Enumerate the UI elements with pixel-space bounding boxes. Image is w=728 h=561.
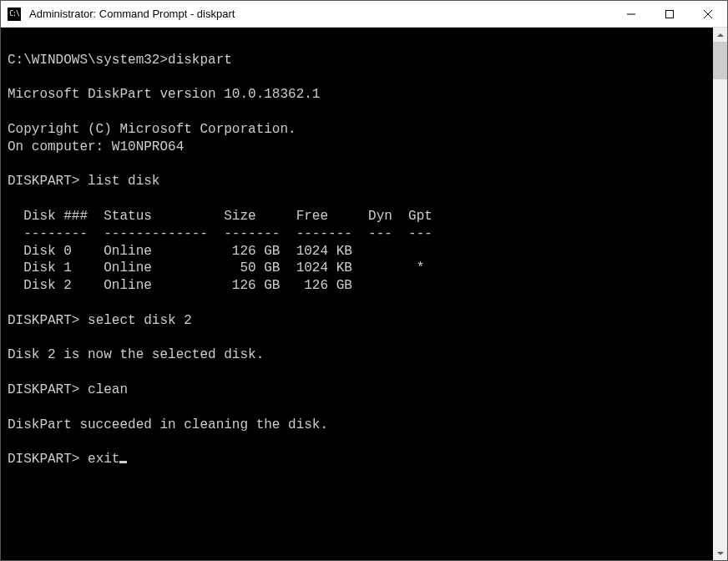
vertical-scrollbar[interactable] (713, 28, 727, 560)
minimize-button[interactable] (612, 1, 650, 27)
chevron-up-icon (717, 33, 724, 37)
maximize-button[interactable] (650, 1, 689, 27)
cmd-list-disk: list disk (88, 174, 159, 189)
cmd-exit: exit (88, 452, 119, 467)
space (79, 452, 88, 467)
space (79, 313, 88, 328)
select-result: Disk 2 is now the selected disk. (8, 347, 264, 362)
diskpart-prompt: DISKPART> (8, 382, 79, 397)
version-line: Microsoft DiskPart version 10.0.18362.1 (8, 87, 320, 102)
diskpart-prompt: DISKPART> (8, 452, 79, 467)
computer-line: On computer: W10NPRO64 (8, 139, 184, 154)
scroll-track[interactable] (713, 42, 727, 546)
window-controls (612, 1, 727, 27)
cursor (119, 461, 127, 463)
scroll-down-button[interactable] (713, 546, 727, 560)
cmd-diskpart: diskpart (168, 53, 232, 68)
svg-rect-1 (666, 10, 674, 18)
cmd-select-disk: select disk 2 (88, 313, 192, 328)
scroll-up-button[interactable] (713, 28, 727, 42)
terminal-area: C:\WINDOWS\system32>diskpart Microsoft D… (1, 28, 727, 560)
terminal-content[interactable]: C:\WINDOWS\system32>diskpart Microsoft D… (1, 28, 713, 560)
table-row: Disk 0 Online 126 GB 1024 KB (8, 244, 448, 259)
table-header: Disk ### Status Size Free Dyn Gpt (8, 209, 432, 224)
cmd-icon: C:\ (8, 8, 21, 21)
diskpart-prompt: DISKPART> (8, 174, 79, 189)
cmd-clean: clean (88, 382, 128, 397)
cmd-icon-text: C:\ (9, 10, 18, 18)
scroll-thumb[interactable] (713, 42, 727, 79)
minimize-icon (627, 10, 635, 18)
window-title: Administrator: Command Prompt - diskpart (28, 8, 612, 20)
maximize-icon (665, 10, 674, 18)
table-separator: -------- ------------- ------- ------- -… (8, 226, 432, 241)
close-icon (704, 10, 712, 18)
copyright-line: Copyright (C) Microsoft Corporation. (8, 122, 296, 137)
space (79, 174, 88, 189)
chevron-down-icon (717, 552, 724, 555)
titlebar[interactable]: C:\ Administrator: Command Prompt - disk… (1, 1, 727, 28)
prompt-path: C:\WINDOWS\system32> (8, 53, 168, 68)
clean-result: DiskPart succeeded in cleaning the disk. (8, 417, 328, 432)
close-button[interactable] (689, 1, 727, 27)
diskpart-prompt: DISKPART> (8, 313, 79, 328)
space (79, 382, 88, 397)
table-row: Disk 1 Online 50 GB 1024 KB * (8, 260, 448, 275)
cmd-window: C:\ Administrator: Command Prompt - disk… (0, 0, 728, 561)
table-row: Disk 2 Online 126 GB 126 GB (8, 278, 448, 293)
